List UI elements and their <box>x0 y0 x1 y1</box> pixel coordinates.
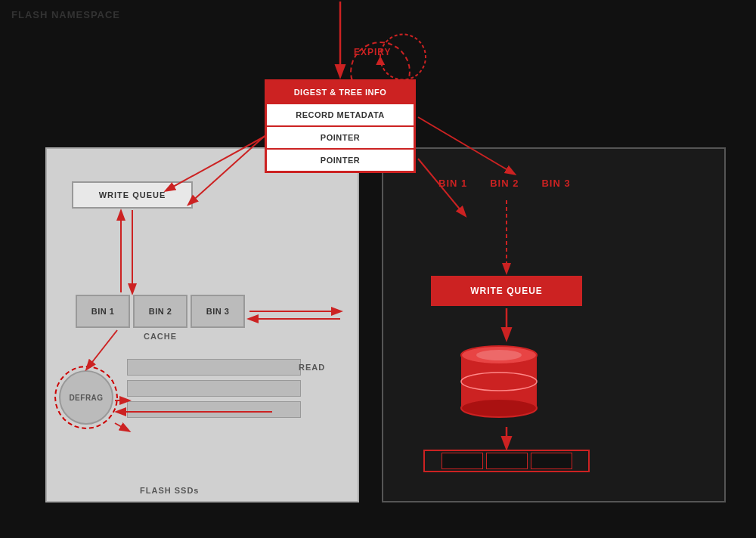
flash-namespace-label: FLASH NAMESPACE <box>11 9 120 20</box>
flash-ssds-label: FLASH SSDs <box>140 486 199 495</box>
database-cylinder <box>450 340 548 426</box>
bin-right-1: BIN 1 <box>438 178 467 189</box>
cache-container: BIN 1 BIN 2 BIN 3 CACHE <box>76 295 245 341</box>
record-card-row-2: RECORD METADATA <box>267 104 414 127</box>
bin-right-2: BIN 2 <box>490 178 519 189</box>
record-card-row-4: POINTER <box>267 150 414 171</box>
svg-point-3 <box>461 399 537 417</box>
read-label: READ <box>299 363 325 372</box>
bin-left-1: BIN 1 <box>76 295 130 328</box>
ssd-block-3 <box>127 401 301 418</box>
record-card-row-3: POINTER <box>267 127 414 150</box>
bin-left-3: BIN 3 <box>191 295 245 328</box>
bottom-segment-1 <box>442 453 483 469</box>
bottom-bar <box>423 450 590 472</box>
defrag-circle: DEFRAG <box>59 370 113 425</box>
defrag-label: DEFRAG <box>69 394 103 402</box>
record-card: DIGEST & TREE INFO RECORD METADATA POINT… <box>265 79 416 173</box>
bin-left-2: BIN 2 <box>133 295 187 328</box>
bin-right-3: BIN 3 <box>541 178 570 189</box>
flash-ssds <box>127 359 301 418</box>
bins-row-left: BIN 1 BIN 2 BIN 3 <box>76 295 245 328</box>
bottom-segment-3 <box>531 453 572 469</box>
write-queue-right: WRITE QUEUE <box>431 276 582 306</box>
ssd-block-1 <box>127 359 301 376</box>
write-queue-left-label: WRITE QUEUE <box>99 190 166 199</box>
svg-point-4 <box>476 350 522 360</box>
expiry-label: EXPIRY <box>354 47 392 57</box>
bins-right: BIN 1 BIN 2 BIN 3 <box>438 178 571 189</box>
ssd-block-2 <box>127 380 301 397</box>
write-queue-left: WRITE QUEUE <box>72 181 193 209</box>
bottom-segment-2 <box>486 453 528 469</box>
cache-label: CACHE <box>144 332 177 341</box>
record-card-row-1: DIGEST & TREE INFO <box>267 82 414 104</box>
write-queue-right-label: WRITE QUEUE <box>470 286 543 296</box>
